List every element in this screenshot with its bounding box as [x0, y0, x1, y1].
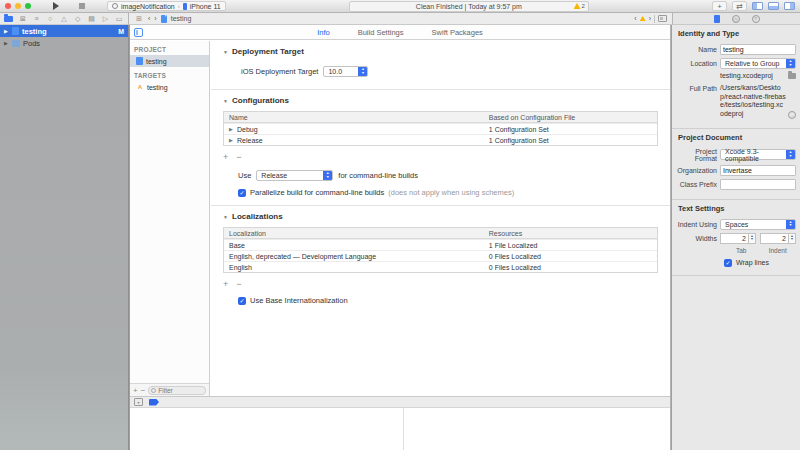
disclosure-down-icon[interactable]: ▼	[223, 49, 228, 55]
minimize-window-button[interactable]	[15, 3, 21, 9]
zoom-window-button[interactable]	[25, 3, 31, 9]
warning-count-badge[interactable]: 2	[574, 2, 585, 11]
reveal-in-finder-icon[interactable]: →	[788, 111, 796, 119]
project-format-popup[interactable]: Xcode 9.3-compatible ▲▼	[720, 149, 796, 160]
class-prefix-field[interactable]	[720, 179, 796, 190]
parallelize-checkbox[interactable]: ✓	[238, 189, 246, 197]
location-label: Location	[676, 60, 720, 67]
breakpoint-navigator-icon[interactable]: ▷	[100, 14, 110, 23]
toggle-debug-area-button[interactable]	[768, 2, 779, 10]
table-row[interactable]: ▶Debug 1 Configuration Set	[224, 123, 657, 134]
disclosure-down-icon[interactable]: ▼	[223, 98, 228, 104]
tab-swift-packages[interactable]: Swift Packages	[432, 28, 483, 37]
base-internationalization-checkbox[interactable]: ✓	[238, 297, 246, 305]
disclosure-icon[interactable]: ▶	[229, 137, 234, 143]
indent-using-popup[interactable]: Spaces ▲▼	[720, 219, 796, 230]
disclosure-icon[interactable]: ▶	[4, 40, 9, 46]
window-controls[interactable]	[5, 3, 31, 9]
add-editor-button[interactable]	[658, 15, 667, 22]
filter-input[interactable]	[158, 387, 203, 394]
toggle-inspector-button[interactable]	[784, 2, 795, 10]
report-navigator-icon[interactable]: ▭	[114, 14, 124, 23]
disclosure-down-icon[interactable]: ▼	[223, 214, 228, 220]
widths-label: Widths	[676, 235, 720, 242]
source-control-navigator-icon[interactable]: ⊠	[18, 14, 28, 23]
next-issue-button[interactable]: ›	[649, 15, 651, 22]
navigator-item-testing[interactable]: ▶ testing M	[0, 25, 128, 37]
indent-width-stepper[interactable]: 2 ▲▼	[760, 233, 796, 244]
project-item-testing[interactable]: testing	[130, 55, 209, 67]
organization-field[interactable]: Invertase	[720, 165, 796, 176]
project-navigator-icon[interactable]	[4, 14, 14, 23]
section-header[interactable]: ▼ Localizations	[223, 212, 658, 221]
extension-target-icon	[112, 3, 118, 9]
issue-navigator-icon[interactable]: △	[59, 14, 69, 23]
debug-navigator-icon[interactable]: ▤	[87, 14, 97, 23]
find-navigator-icon[interactable]: ○	[45, 14, 55, 23]
jump-bar-file-label[interactable]: testing	[171, 15, 192, 22]
table-row[interactable]: ▶Release 1 Configuration Set	[224, 134, 657, 145]
stepper-arrows-icon[interactable]: ▲▼	[789, 233, 796, 244]
full-path-label: Full Path	[676, 84, 720, 92]
test-navigator-icon[interactable]: ◇	[73, 14, 83, 23]
file-inspector-icon[interactable]	[714, 15, 720, 23]
history-inspector-icon[interactable]: ◷	[732, 15, 740, 23]
filter-field[interactable]	[148, 386, 206, 395]
name-field[interactable]: testing	[720, 44, 796, 55]
disclosure-icon[interactable]: ▶	[4, 28, 9, 34]
remove-localization-button[interactable]: −	[236, 279, 241, 289]
add-localization-button[interactable]: +	[223, 279, 228, 289]
related-items-icon[interactable]: ⊞	[134, 14, 144, 23]
tab-info[interactable]: Info	[317, 28, 330, 37]
ios-deployment-target-popup[interactable]: 10.0 ▲▼	[323, 66, 368, 77]
class-prefix-label: Class Prefix	[676, 181, 720, 188]
target-item-testing[interactable]: A testing	[130, 81, 209, 93]
scheme-selector[interactable]: imageNotification › iPhone 11	[107, 1, 226, 11]
stop-button[interactable]	[79, 3, 85, 9]
back-button[interactable]: ‹	[148, 15, 150, 22]
activity-viewer[interactable]: Clean Finished | Today at 9:57 pm 2	[349, 1, 589, 12]
build-status-text: Clean Finished | Today at 9:57 pm	[416, 3, 522, 10]
debug-area-toggle-icon[interactable]: ▾	[134, 398, 143, 406]
scheme-separator: ›	[178, 3, 180, 9]
popup-chevrons-icon: ▲▼	[358, 67, 367, 76]
toggle-navigator-button[interactable]	[752, 2, 763, 10]
command-line-config-popup[interactable]: Release ▲▼	[256, 170, 333, 181]
debug-area-divider[interactable]	[403, 408, 404, 450]
name-label: Name	[676, 46, 720, 53]
breakpoints-toggle-icon[interactable]	[149, 399, 159, 406]
localizations-table: Localization Resources Base 1 File Local…	[223, 227, 658, 273]
wrap-lines-checkbox[interactable]: ✓	[724, 259, 732, 267]
stepper-arrows-icon[interactable]: ▲▼	[749, 233, 756, 244]
navigator-item-pods[interactable]: ▶ Pods	[0, 37, 128, 49]
location-popup[interactable]: Relative to Group ▲▼	[720, 58, 796, 69]
inspector-tab-strip: ◷ ?	[672, 13, 800, 25]
targets-filter-bar: + −	[130, 383, 209, 396]
editor-split-button[interactable]: ⇄	[732, 1, 747, 11]
quick-help-inspector-icon[interactable]: ?	[752, 15, 760, 23]
ios-deployment-target-label: iOS Deployment Target	[241, 67, 318, 76]
section-header[interactable]: ▼ Configurations	[223, 96, 658, 105]
tab-width-stepper[interactable]: 2 ▲▼	[720, 233, 756, 244]
warning-icon	[574, 3, 581, 9]
add-configuration-button[interactable]: +	[223, 152, 228, 162]
project-document-section: Project Document Project Format Xcode 9.…	[672, 129, 800, 200]
close-window-button[interactable]	[5, 3, 11, 9]
divider	[654, 15, 655, 23]
run-button[interactable]	[53, 2, 59, 10]
add-target-button[interactable]: +	[133, 386, 138, 395]
remove-configuration-button[interactable]: −	[236, 152, 241, 162]
section-header[interactable]: ▼ Deployment Target	[223, 47, 658, 56]
choose-location-folder-icon[interactable]	[788, 73, 796, 79]
remove-target-button[interactable]: −	[141, 386, 146, 395]
library-add-button[interactable]: +	[712, 1, 727, 11]
forward-button[interactable]: ›	[154, 15, 156, 22]
table-row[interactable]: Base 1 File Localized	[224, 239, 657, 250]
pods-project-icon	[12, 40, 20, 47]
symbol-navigator-icon[interactable]: ≡	[32, 14, 42, 23]
table-row[interactable]: English, deprecated — Development Langua…	[224, 250, 657, 261]
table-row[interactable]: English 0 Files Localized	[224, 261, 657, 272]
previous-issue-button[interactable]: ‹	[634, 15, 636, 22]
tab-build-settings[interactable]: Build Settings	[358, 28, 404, 37]
disclosure-icon[interactable]: ▶	[229, 126, 234, 132]
